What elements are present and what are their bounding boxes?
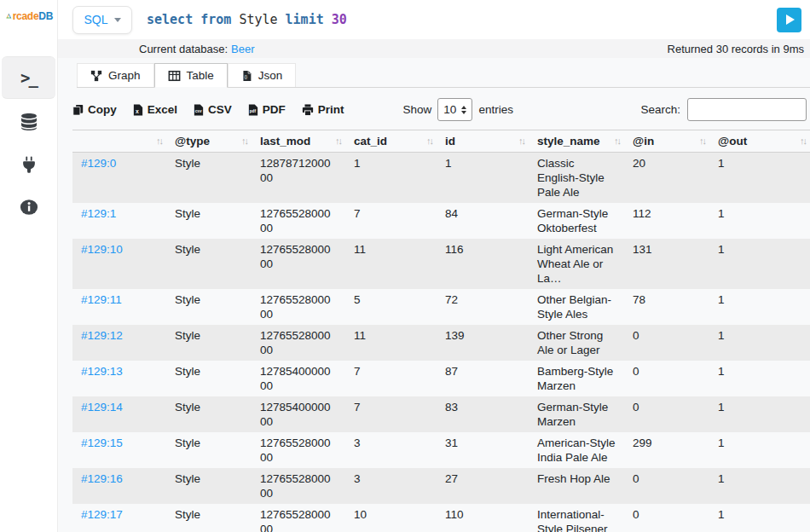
last-mod-cell: 1278540000000 [252,361,345,396]
out-cell: 1 [709,325,810,361]
column-header-rid[interactable]: ↑↓ [72,130,166,153]
in-cell: 0 [624,361,709,396]
record-link[interactable]: #129:16 [81,472,123,485]
column-header-cat-id[interactable]: cat_id↑↓ [345,130,437,153]
record-link[interactable]: #129:1 [81,207,116,220]
in-cell: 131 [624,239,709,289]
last-mod-cell: 1276552800000 [252,468,345,504]
current-database-link[interactable]: Beer [231,43,254,55]
in-cell: 0 [624,325,709,361]
cat-id-cell: 7 [345,396,437,432]
result-tabs: Graph Table {} [77,63,810,88]
column-header-style-name[interactable]: style_name↑↓ [529,130,624,153]
csv-button[interactable]: csv CSV [194,103,232,116]
column-header-last-mod[interactable]: last_mod↑↓ [252,130,345,153]
cat-id-cell: 11 [345,325,437,361]
record-link[interactable]: #129:15 [81,437,123,449]
type-cell: Style [166,289,252,325]
id-cell: 139 [437,325,529,361]
table-body: #129:0Style128787120000011Classic Englis… [72,153,810,532]
page-size-select[interactable]: 10 [437,98,472,121]
record-link[interactable]: #129:12 [81,329,123,342]
table-row: #129:12Style127655280000011139Other Stro… [72,325,810,361]
table-row: #129:11Style1276552800000572Other Belgia… [72,289,810,325]
table-row: #129:1Style1276552800000784German-Style … [72,203,810,239]
out-cell: 1 [709,153,810,204]
record-link[interactable]: #129:14 [81,401,123,413]
sidebar-item-query[interactable]: >_ [2,56,55,99]
table-row: #129:16Style1276552800000327Fresh Hop Al… [72,468,810,504]
record-link[interactable]: #129:13 [81,365,123,378]
out-cell: 1 [709,432,810,468]
record-link[interactable]: #129:17 [81,508,123,521]
id-cell: 87 [437,361,529,396]
id-cell: 1 [437,153,529,204]
cat-id-cell: 3 [345,432,437,468]
cat-id-cell: 11 [345,239,437,289]
tab-graph[interactable]: Graph [77,63,154,87]
logo-text-arcade: rcade [13,10,39,22]
result-info: Returned 30 records in 9ms [668,43,804,55]
column-header-type[interactable]: @type↑↓ [166,130,252,153]
rid-cell: #129:15 [72,432,166,468]
column-header-in[interactable]: @in↑↓ [624,130,709,153]
column-header-id[interactable]: id↑↓ [437,130,529,153]
table-row: #129:15Style1276552800000331American-Sty… [72,432,810,468]
search-input[interactable] [687,98,807,121]
print-icon [302,104,314,116]
style-name-cell: International-Style Pilsener [529,504,624,532]
last-mod-cell: 1276552800000 [252,504,345,532]
rid-cell: #129:11 [72,289,166,325]
show-label: Show [403,103,432,116]
record-link[interactable]: #129:0 [81,157,116,170]
query-token: 30 [332,12,347,27]
sort-icon: ↑↓ [699,136,705,146]
column-label: @in [633,135,654,147]
out-cell: 1 [709,504,810,532]
type-cell: Style [166,325,252,361]
stepper-icon [461,106,466,114]
run-query-button[interactable] [777,8,801,32]
id-cell: 116 [437,239,529,289]
query-language-value: SQL [84,13,107,26]
svg-text:{}: {} [244,74,247,79]
pdf-button[interactable]: pdf PDF [248,103,286,116]
last-mod-cell: 1276552800000 [252,325,345,361]
style-name-cell: Other Belgian-Style Ales [529,289,624,325]
query-language-select[interactable]: SQL [72,6,132,34]
tab-json-label: Json [258,69,283,82]
table-row: #129:0Style128787120000011Classic Englis… [72,153,810,204]
column-header-out[interactable]: @out↑↓ [709,130,810,153]
sidebar-item-api[interactable] [0,143,57,186]
excel-button[interactable]: x Excel [133,103,177,116]
query-editor[interactable]: select from Style limit 30 [141,12,768,27]
in-cell: 112 [624,203,709,239]
style-name-cell: Fresh Hop Ale [529,468,624,504]
results-table: ↑↓ @type↑↓ last_mod↑↓ cat_id↑↓ id↑↓ styl… [72,130,810,532]
style-name-cell: Other Strong Ale or Lager [529,325,624,361]
results-panel: Graph Table {} [58,58,810,532]
current-database-label: Current database: [139,43,228,55]
id-cell: 27 [437,468,529,504]
column-label: cat_id [354,135,387,147]
sidebar: rcadeDB >_ [0,0,58,532]
last-mod-cell: 1276552800000 [252,203,345,239]
record-link[interactable]: #129:10 [81,243,123,256]
sidebar-item-databases[interactable] [0,101,57,143]
search-label: Search: [640,103,680,116]
tab-json[interactable]: {} Json [228,63,297,87]
sidebar-item-information[interactable] [0,186,57,228]
last-mod-cell: 1276552800000 [252,289,345,325]
in-cell: 0 [624,504,709,532]
tab-graph-label: Graph [108,69,141,82]
query-token: from [200,12,239,27]
copy-button[interactable]: Copy [72,103,117,116]
sort-icon: ↑↓ [518,136,524,146]
print-button[interactable]: Print [302,103,344,116]
out-cell: 1 [709,289,810,325]
tab-table[interactable]: Table [154,63,228,88]
cat-id-cell: 1 [345,153,437,204]
copy-button-label: Copy [88,103,117,116]
query-token: select [147,12,200,27]
record-link[interactable]: #129:11 [81,293,122,306]
